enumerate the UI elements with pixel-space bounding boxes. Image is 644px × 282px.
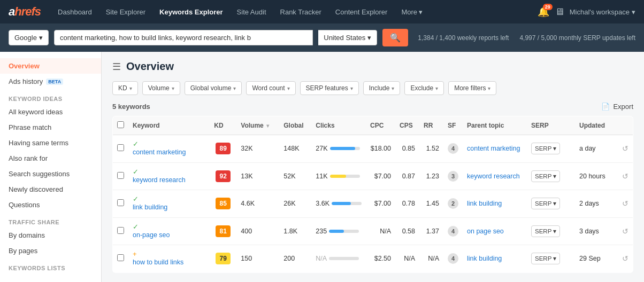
engine-selector[interactable]: Google ▾ (9, 30, 49, 45)
nav-site-explorer[interactable]: Site Explorer (101, 0, 151, 24)
refresh-icon-1[interactable]: ↺ (622, 172, 628, 181)
sidebar-item-ads-history[interactable]: Ads history BETA (0, 74, 101, 89)
country-caret-icon: ▾ (367, 34, 371, 42)
nav-dashboard[interactable]: Dashboard (52, 0, 97, 24)
cell-refresh-4[interactable]: ↺ (618, 245, 633, 273)
sidebar-item-phrase-match[interactable]: Phrase match (0, 120, 101, 135)
workspace-selector[interactable]: Michal's workspace ▾ (570, 8, 635, 16)
parent-topic-link-4[interactable]: link building (467, 255, 502, 262)
parent-topic-link-2[interactable]: link building (467, 200, 502, 207)
cell-refresh-1[interactable]: ↺ (618, 162, 633, 190)
th-select-all[interactable] (113, 116, 129, 135)
cell-sf-3: 4 (443, 217, 463, 245)
select-all-checkbox[interactable] (117, 121, 124, 128)
serp-selector-3[interactable]: SERP ▾ (531, 225, 560, 237)
global-volume-caret-icon: ▾ (233, 85, 236, 91)
keyword-link-4[interactable]: how to build links (133, 258, 205, 268)
parent-topic-link-1[interactable]: keyword research (467, 173, 520, 180)
logo[interactable]: ahrefs (9, 5, 41, 19)
cell-refresh-3[interactable]: ↺ (618, 217, 633, 245)
keyword-link-3[interactable]: on-page seo (133, 231, 205, 240)
parent-topic-link-0[interactable]: content marketing (467, 145, 520, 152)
sidebar-item-having-same-terms[interactable]: Having same terms (0, 135, 101, 151)
sidebar-item-all-keyword-ideas[interactable]: All keyword ideas (0, 104, 101, 120)
filter-serp-features[interactable]: SERP features ▾ (300, 81, 359, 95)
serp-selector-1[interactable]: SERP ▾ (531, 170, 560, 182)
refresh-icon-0[interactable]: ↺ (622, 144, 628, 153)
sidebar-item-by-pages[interactable]: By pages (0, 243, 101, 258)
cell-checkbox-3[interactable] (113, 217, 129, 245)
cell-checkbox-1[interactable] (113, 162, 129, 190)
filter-kd[interactable]: KD ▾ (112, 81, 138, 95)
kd-badge-1: 92 (216, 170, 231, 182)
cell-global-2: 26K (279, 190, 311, 218)
cell-updated-0: a day (575, 135, 618, 163)
cell-refresh-2[interactable]: ↺ (618, 190, 633, 218)
keyword-search-input[interactable] (54, 30, 313, 45)
cell-refresh-0[interactable]: ↺ (618, 135, 633, 163)
export-button[interactable]: 📄 Export (601, 103, 633, 111)
serp-caret-icon-4: ▾ (553, 255, 556, 262)
sidebar-item-search-suggestions[interactable]: Search suggestions (0, 166, 101, 182)
refresh-icon-2[interactable]: ↺ (622, 199, 628, 208)
ads-history-beta-badge: BETA (46, 79, 63, 85)
serp-selector-0[interactable]: SERP ▾ (531, 143, 560, 154)
row-checkbox-0[interactable] (117, 144, 124, 151)
sidebar-item-overview[interactable]: Overview (0, 58, 101, 74)
main-layout: Overview Ads history BETA Keyword ideas … (0, 52, 644, 282)
sidebar-item-newly-discovered[interactable]: Newly discovered (0, 182, 101, 197)
cell-parent-topic-0: content marketing (463, 135, 527, 163)
cell-global-1: 52K (279, 162, 311, 190)
top-nav: ahrefs Dashboard Site Explorer Keywords … (0, 0, 644, 24)
nav-site-audit[interactable]: Site Audit (232, 0, 272, 24)
clicks-bar-0 (330, 147, 360, 150)
cell-checkbox-4[interactable] (113, 245, 129, 273)
cell-checkbox-2[interactable] (113, 190, 129, 218)
keyword-link-2[interactable]: link building (133, 203, 205, 213)
th-refresh (618, 116, 633, 135)
refresh-icon-3[interactable]: ↺ (622, 227, 628, 236)
cell-kd-2: 85 (210, 190, 236, 218)
nav-content-explorer[interactable]: Content Explorer (330, 0, 393, 24)
sidebar-item-also-rank-for[interactable]: Also rank for (0, 151, 101, 166)
kd-badge-4: 79 (216, 253, 231, 264)
th-volume[interactable]: Volume ▾ (236, 116, 279, 135)
refresh-icon-4[interactable]: ↺ (622, 254, 628, 263)
filter-global-volume[interactable]: Global volume ▾ (185, 81, 242, 95)
hamburger-icon[interactable]: ☰ (112, 61, 121, 73)
page-header: ☰ Overview (112, 60, 633, 73)
row-checkbox-1[interactable] (117, 172, 124, 179)
notifications-button[interactable]: 🔔 29 (538, 6, 549, 18)
filter-include[interactable]: Include ▾ (363, 81, 401, 95)
filter-more-filters[interactable]: More filters ▾ (448, 81, 496, 95)
filter-volume[interactable]: Volume ▾ (142, 81, 180, 95)
cell-serp-2: SERP ▾ (527, 190, 575, 218)
row-checkbox-4[interactable] (117, 254, 124, 261)
serp-selector-4[interactable]: SERP ▾ (531, 253, 560, 264)
nav-keywords-explorer[interactable]: Keywords Explorer (154, 0, 228, 24)
filter-exclude[interactable]: Exclude ▾ (404, 81, 444, 95)
table-row: ✓ on-page seo 81 400 1.8K 235 N/A 0.58 1… (113, 217, 633, 245)
th-rr: RR (419, 116, 443, 135)
serp-selector-2[interactable]: SERP ▾ (531, 198, 560, 209)
cell-checkbox-0[interactable] (113, 135, 129, 163)
cell-parent-topic-4: link building (463, 245, 527, 273)
sidebar-item-by-domains[interactable]: By domains (0, 228, 101, 243)
row-checkbox-3[interactable] (117, 227, 124, 234)
keyword-link-1[interactable]: keyword research (133, 176, 205, 185)
filters-bar: KD ▾ Volume ▾ Global volume ▾ Word count… (112, 81, 633, 95)
serp-features-caret-icon: ▾ (350, 85, 353, 91)
cell-sf-4: 4 (443, 245, 463, 273)
nav-rank-tracker[interactable]: Rank Tracker (275, 0, 327, 24)
nav-more[interactable]: More ▾ (396, 0, 428, 24)
country-selector[interactable]: United States ▾ (318, 30, 377, 45)
search-button[interactable]: 🔍 (382, 29, 408, 46)
keyword-link-0[interactable]: content marketing (133, 148, 205, 158)
row-checkbox-2[interactable] (117, 199, 124, 206)
sidebar-item-questions[interactable]: Questions (0, 197, 101, 213)
table-toolbar: 5 keywords 📄 Export (112, 103, 633, 111)
cell-cpc-0: $18.00 (366, 135, 395, 163)
filter-word-count[interactable]: Word count ▾ (246, 81, 295, 95)
parent-topic-link-3[interactable]: on page seo (467, 228, 504, 235)
cell-keyword-3: ✓ on-page seo (128, 217, 210, 245)
